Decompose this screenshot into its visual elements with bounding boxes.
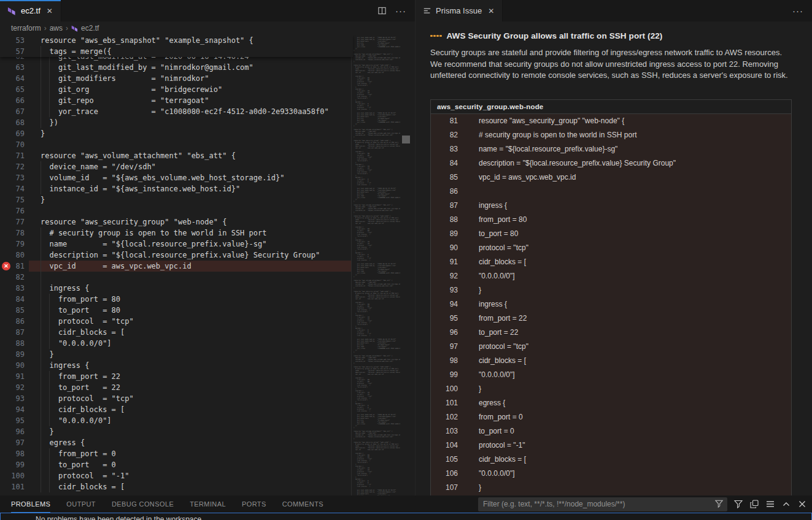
editor-line[interactable]: 78 # security group is open to the world… xyxy=(0,228,353,239)
line-number: 96 xyxy=(439,326,458,340)
filter-input[interactable] xyxy=(478,500,727,508)
editor-line[interactable]: 63 git_last_modified_by = "nimrodkor@gma… xyxy=(0,62,353,73)
editor-line[interactable]: 94 cidr_blocks = [ xyxy=(0,404,353,415)
issue-code-line: 94ingress { xyxy=(431,297,791,312)
editor-line[interactable]: 67 yor_trace = "c1008080-ec2f-4512-a0d0-… xyxy=(0,106,353,117)
editor-line[interactable]: 82 xyxy=(0,272,353,283)
editor-line[interactable]: 87 cidr_blocks = [ xyxy=(0,327,353,338)
editor-line[interactable]: 95 "0.0.0.0/0"] xyxy=(0,415,353,426)
editor-line[interactable]: 72 device_name = "/dev/sdh" xyxy=(0,161,353,172)
split-editor-icon[interactable] xyxy=(377,6,387,15)
editor-line[interactable]: 71resource "aws_volume_attachment" "ebs_… xyxy=(0,150,353,161)
line-number: 106 xyxy=(439,467,458,481)
line-number: 53 xyxy=(0,35,25,46)
editor-line[interactable]: 85 to_port = 80 xyxy=(0,305,353,316)
editor-line[interactable]: 73 volume_id = "${aws_ebs_volume.web_hos… xyxy=(0,172,353,183)
line-text: to_port = 0 xyxy=(41,459,116,470)
editor-line[interactable]: 57 tags = merge({ xyxy=(0,46,353,57)
editor-line[interactable]: 98 from_port = 0 xyxy=(0,448,353,459)
editor-line[interactable]: 93 protocol = "tcp" xyxy=(0,393,353,404)
editor-line[interactable]: 64 git_modifiers = "nimrodkor" xyxy=(0,73,353,84)
line-text: ingress { xyxy=(479,199,507,213)
editor-line[interactable]: 80 description = "${local.resource_prefi… xyxy=(0,250,353,261)
sticky-scroll: 53resource "aws_ebs_snapshot" "example_s… xyxy=(0,35,353,57)
panel-toolbar xyxy=(478,495,807,513)
maximize-panel-icon[interactable] xyxy=(781,499,791,509)
line-number: 83 xyxy=(0,283,25,294)
breadcrumb[interactable]: terraform › aws › ec2.tf xyxy=(0,21,415,35)
line-number: 91 xyxy=(439,255,458,269)
line-text: git_last_modified_by = "nimrodkor@gmail.… xyxy=(41,62,253,73)
editor-line[interactable]: 69} xyxy=(0,128,353,139)
issue-code-line: 87ingress { xyxy=(431,199,791,213)
issue-code-line: 107} xyxy=(431,481,791,495)
editor-scrollbar[interactable] xyxy=(402,136,410,143)
panel-tab-problems[interactable]: PROBLEMS xyxy=(11,495,50,513)
more-actions-icon[interactable]: ··· xyxy=(395,6,406,15)
editor-line[interactable]: 96 } xyxy=(0,426,353,437)
terraform-icon xyxy=(7,6,17,15)
line-text: egress { xyxy=(479,396,505,410)
line-number: 85 xyxy=(0,305,25,316)
editor-line[interactable]: 101 cidr_blocks = [ xyxy=(0,481,353,492)
panel-tab-debug-console[interactable]: DEBUG CONSOLE xyxy=(112,495,174,513)
editor-line[interactable]: 77resource "aws_security_group" "web-nod… xyxy=(0,216,353,228)
line-text: device_name = "/dev/sdh" xyxy=(41,161,156,172)
editor-line[interactable]: 66 git_repo = "terragoat" xyxy=(0,95,353,106)
editor-line[interactable]: 65 git_org = "bridgecrewio" xyxy=(0,84,353,95)
editor-line[interactable]: 88 "0.0.0.0/0"] xyxy=(0,338,353,349)
editor-line[interactable]: 74 instance_id = "${aws_instance.web_hos… xyxy=(0,183,353,194)
line-text: name = "${local.resource_prefix.value}-s… xyxy=(41,239,266,250)
editor-line[interactable]: 100 protocol = "-1" xyxy=(0,470,353,481)
line-text: # security group is open to the world in… xyxy=(479,128,636,142)
problems-status-message: No problems have been detected in the wo… xyxy=(36,515,811,520)
panel-tab-terminal[interactable]: TERMINAL xyxy=(190,495,226,513)
editor-line[interactable]: 83 ingress { xyxy=(0,283,353,294)
panel-tab-ports[interactable]: PORTS xyxy=(242,495,266,513)
editor-line[interactable]: 86 protocol = "tcp" xyxy=(0,316,353,327)
close-panel-icon[interactable] xyxy=(797,499,807,509)
more-actions-icon[interactable]: ··· xyxy=(792,6,803,15)
editor-line[interactable]: 84 from_port = 80 xyxy=(0,294,353,305)
breadcrumb-item-file[interactable]: ec2.tf xyxy=(71,24,99,32)
tab-ec2-tf[interactable]: ec2.tf ✕ xyxy=(0,0,61,21)
line-text: volume_id = "${aws_ebs_volume.web_host_s… xyxy=(41,172,284,183)
editor-line[interactable]: 75} xyxy=(0,194,353,205)
editor-line[interactable]: 92 to_port = 22 xyxy=(0,382,353,393)
breadcrumb-item[interactable]: terraform xyxy=(11,24,41,32)
line-text: # security group is open to the world in… xyxy=(41,228,266,239)
breadcrumb-item[interactable]: aws xyxy=(50,24,63,32)
line-number: 88 xyxy=(439,213,458,227)
minimap[interactable]: git_last_modified_at = "2020-06-16 14:46… xyxy=(354,35,400,495)
editor-line[interactable]: 89 } xyxy=(0,349,353,360)
line-number: 94 xyxy=(0,404,25,415)
line-text: "0.0.0.0/0"] xyxy=(41,415,112,426)
filter-icon[interactable] xyxy=(733,499,743,509)
tab-prisma-issue[interactable]: Prisma Issue ✕ xyxy=(416,0,503,21)
line-number: 89 xyxy=(439,227,458,241)
tab-close-icon[interactable]: ✕ xyxy=(45,6,55,17)
panel-tab-output[interactable]: OUTPUT xyxy=(66,495,96,513)
panel-tab-comments[interactable]: COMMENTS xyxy=(282,495,323,513)
line-number: 90 xyxy=(0,360,25,371)
line-text: } xyxy=(41,426,54,437)
editor-line[interactable]: 70 xyxy=(0,139,353,150)
editor-line[interactable]: 53resource "aws_ebs_snapshot" "example_s… xyxy=(0,35,353,46)
line-number: 71 xyxy=(0,150,25,161)
line-text: resource "aws_ebs_snapshot" "example_sna… xyxy=(41,35,253,46)
editor-line[interactable]: 91 from_port = 22 xyxy=(0,371,353,382)
editor-line[interactable]: 90 ingress { xyxy=(0,360,353,371)
code-editor[interactable]: 62 git_last_modified_at = "2020-06-16 14… xyxy=(0,35,415,495)
line-number: 97 xyxy=(0,437,25,448)
tab-close-icon[interactable]: ✕ xyxy=(486,6,496,17)
editor-line[interactable]: 97 egress { xyxy=(0,437,353,448)
view-as-table-icon[interactable] xyxy=(765,499,775,509)
editor-line[interactable]: 76 xyxy=(0,205,353,216)
editor-line[interactable]: 68 }) xyxy=(0,117,353,128)
editor-line[interactable]: 99 to_port = 0 xyxy=(0,459,353,470)
issue-code-line: 91cidr_blocks = [ xyxy=(431,255,791,269)
problems-filter[interactable] xyxy=(478,497,727,511)
collapse-all-icon[interactable] xyxy=(749,499,759,509)
editor-line[interactable]: 79 name = "${local.resource_prefix.value… xyxy=(0,239,353,250)
editor-line[interactable]: 81 vpc_id = aws_vpc.web_vpc.id✕ xyxy=(0,261,353,272)
